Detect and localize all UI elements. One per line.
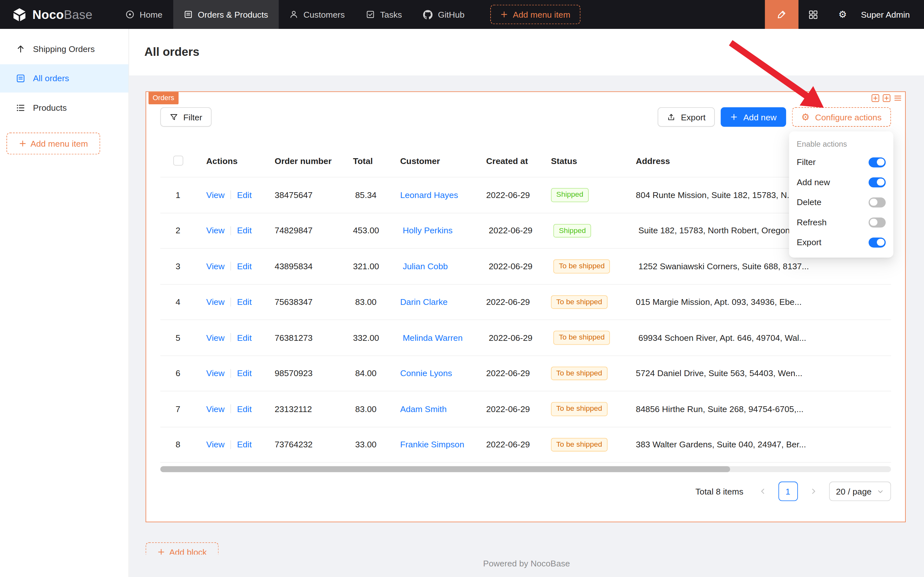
horizontal-scrollbar xyxy=(160,466,891,472)
enable-action-label: Delete xyxy=(797,197,821,207)
block-tag: Orders xyxy=(148,92,179,105)
sidebar-item-products[interactable]: Products xyxy=(0,94,128,122)
arrow-up-icon xyxy=(16,44,25,53)
add-menu-item-label: Add menu item xyxy=(31,139,88,148)
add-block-button[interactable]: Add block xyxy=(146,542,219,555)
nav-item-label: Tasks xyxy=(380,10,402,19)
status-badge: To be shipped xyxy=(551,366,607,380)
view-link[interactable]: View xyxy=(206,226,225,235)
ui-editor-button[interactable] xyxy=(765,0,798,29)
cell-customer: Melinda Warren xyxy=(402,333,489,342)
cell-address: 69934 Schoen River, Apt. 646, 49704, Wal… xyxy=(639,333,891,342)
table-header: Actions Order number Total Customer Crea… xyxy=(160,144,891,177)
customer-link[interactable]: Adam Smith xyxy=(400,405,447,414)
next-page-button[interactable] xyxy=(803,482,823,501)
gear-icon: ⚙ xyxy=(838,10,847,19)
nav-item-tasks[interactable]: Tasks xyxy=(356,0,412,29)
nav-item-github[interactable]: GitHub xyxy=(412,0,475,29)
customer-link[interactable]: Melinda Warren xyxy=(402,333,463,342)
view-link[interactable]: View xyxy=(206,440,225,449)
view-link[interactable]: View xyxy=(206,297,225,306)
topbar-right: ⚙ Super Admin xyxy=(765,0,924,29)
status-badge: Shipped xyxy=(554,224,591,237)
brand[interactable]: NocoBase xyxy=(0,0,115,29)
user-menu[interactable]: Super Admin xyxy=(857,0,924,29)
customer-link[interactable]: Connie Lyons xyxy=(400,368,452,378)
prev-page-button[interactable] xyxy=(753,482,772,501)
row-index: 1 xyxy=(160,190,196,200)
cell-total: 83.00 xyxy=(353,297,400,306)
toggle-add-new[interactable] xyxy=(869,177,885,187)
add-column-icon[interactable] xyxy=(871,94,880,103)
sidebar-item-all-orders[interactable]: All orders xyxy=(0,64,128,92)
cell-total: 453.00 xyxy=(353,226,402,235)
edit-link[interactable]: Edit xyxy=(237,333,252,342)
view-link[interactable]: View xyxy=(206,333,225,342)
plus-icon xyxy=(730,113,738,121)
nav-item-customers[interactable]: Customers xyxy=(279,0,356,29)
cell-customer: Julian Cobb xyxy=(402,261,489,271)
add-new-button[interactable]: Add new xyxy=(721,107,786,127)
export-button[interactable]: Export xyxy=(658,107,715,127)
edit-link[interactable]: Edit xyxy=(237,297,252,306)
sidebar-item-shipping-orders[interactable]: Shipping Orders xyxy=(0,35,128,63)
edit-link[interactable]: Edit xyxy=(237,440,252,449)
edit-link[interactable]: Edit xyxy=(237,405,252,414)
customer-link[interactable]: Leonard Hayes xyxy=(400,190,458,200)
cell-status: Shipped xyxy=(554,224,638,237)
nav-item-orders-products[interactable]: Orders & Products xyxy=(173,0,278,29)
view-link[interactable]: View xyxy=(206,261,225,271)
nocobase-logo-icon xyxy=(12,7,27,22)
toggle-refresh[interactable] xyxy=(869,217,885,227)
add-block-label: Add block xyxy=(169,547,207,554)
chevron-down-icon xyxy=(877,488,884,495)
nav-item-label: Home xyxy=(140,10,163,19)
row-index: 4 xyxy=(160,297,196,306)
col-customer: Customer xyxy=(400,156,486,165)
add-action-icon[interactable] xyxy=(882,94,891,103)
content-area: Orders Filter Export xyxy=(129,76,924,577)
add-new-label: Add new xyxy=(744,112,777,122)
page-size-select[interactable]: 20 / page xyxy=(829,482,891,501)
orders-block: Orders Filter Export xyxy=(146,92,906,522)
edit-link[interactable]: Edit xyxy=(237,368,252,378)
view-link[interactable]: View xyxy=(206,190,225,200)
status-badge: To be shipped xyxy=(551,295,607,309)
action-divider xyxy=(230,440,231,449)
customer-link[interactable]: Holly Perkins xyxy=(402,226,452,235)
view-link[interactable]: View xyxy=(206,405,225,414)
configure-actions-button[interactable]: ⚙ Configure actions xyxy=(792,107,891,127)
customer-link[interactable]: Frankie Simpson xyxy=(400,440,464,449)
cell-status: To be shipped xyxy=(551,366,636,380)
add-menu-item-button-top[interactable]: Add menu item xyxy=(491,5,580,24)
plugins-button[interactable] xyxy=(798,0,828,29)
scrollbar-thumb[interactable] xyxy=(160,466,730,472)
cell-total: 85.34 xyxy=(353,190,400,200)
customer-link[interactable]: Darin Clarke xyxy=(400,297,448,306)
nav-item-home[interactable]: Home xyxy=(115,0,173,29)
cell-status: To be shipped xyxy=(554,330,638,344)
toggle-delete[interactable] xyxy=(869,197,885,207)
block-menu-icon[interactable] xyxy=(893,94,902,103)
select-all-checkbox[interactable] xyxy=(173,156,183,166)
add-menu-item-button-sidebar[interactable]: Add menu item xyxy=(6,132,100,154)
toggle-export[interactable] xyxy=(869,237,885,247)
enable-action-label: Filter xyxy=(797,157,816,166)
cell-total: 332.00 xyxy=(353,333,402,342)
view-link[interactable]: View xyxy=(206,368,225,378)
cell-order-number: 43895834 xyxy=(275,261,353,271)
brand-light: Base xyxy=(64,7,92,21)
top-nav: NocoBase HomeOrders & ProductsCustomersT… xyxy=(0,0,924,29)
toggle-filter[interactable] xyxy=(869,157,885,167)
cell-actions: ViewEdit xyxy=(196,333,275,342)
customer-link[interactable]: Julian Cobb xyxy=(402,261,448,271)
edit-link[interactable]: Edit xyxy=(237,261,252,271)
cell-actions: ViewEdit xyxy=(196,261,275,271)
settings-button[interactable]: ⚙ xyxy=(828,0,858,29)
edit-link[interactable]: Edit xyxy=(237,226,252,235)
toolbar-right: Export Add new ⚙ Configure actions xyxy=(658,107,891,127)
page-number-button[interactable]: 1 xyxy=(778,482,798,501)
edit-link[interactable]: Edit xyxy=(237,190,252,200)
filter-label: Filter xyxy=(183,112,202,122)
filter-button[interactable]: Filter xyxy=(160,107,212,127)
